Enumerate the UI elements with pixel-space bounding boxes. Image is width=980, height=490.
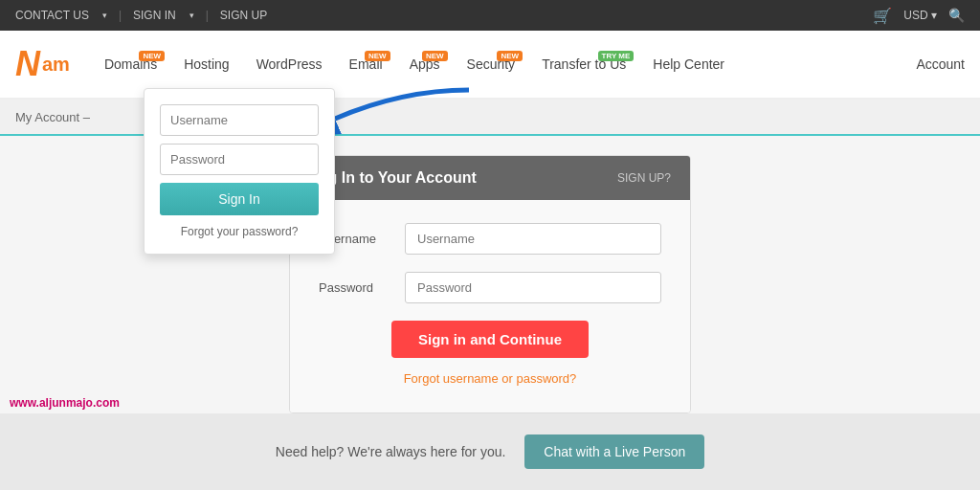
search-icon[interactable]: 🔍 bbox=[948, 8, 965, 23]
sign-in-continue-button[interactable]: Sign in and Continue bbox=[391, 321, 589, 358]
nav-item-apps[interactable]: NEW Apps bbox=[398, 49, 452, 79]
email-badge: NEW bbox=[365, 51, 390, 61]
nav-account[interactable]: Account bbox=[916, 56, 965, 72]
nav-item-helpcenter[interactable]: Help Center bbox=[641, 49, 736, 79]
main-nav: N am NEW Domains Hosting WordPress NEW E… bbox=[0, 31, 980, 100]
nav-item-transfer[interactable]: TRY ME Transfer to Us bbox=[530, 49, 637, 79]
top-bar-left: CONTACT US ▾ | SIGN IN ▾ | SIGN UP bbox=[15, 9, 267, 22]
top-bar-right: 🛒 USD ▾ 🔍 bbox=[873, 7, 965, 25]
dropdown-username-input[interactable] bbox=[160, 104, 319, 136]
nav-item-domains[interactable]: NEW Domains bbox=[93, 49, 168, 79]
username-input[interactable] bbox=[405, 223, 661, 255]
login-box-body: Username Password Sign in and Continue F… bbox=[290, 200, 690, 412]
signup-link[interactable]: SIGN UP? bbox=[617, 171, 671, 185]
transfer-badge: TRY ME bbox=[598, 51, 635, 61]
footer-help-text: Need help? We're always here for you. bbox=[276, 444, 506, 459]
nav-item-email[interactable]: NEW Email bbox=[338, 49, 394, 79]
contact-us-link[interactable]: CONTACT US bbox=[15, 9, 89, 22]
nav-item-security[interactable]: NEW Security bbox=[456, 49, 527, 79]
login-box-header: Log In to Your Account SIGN UP? bbox=[290, 156, 690, 200]
logo-letter: N bbox=[15, 44, 40, 84]
sign-in-link[interactable]: SIGN IN bbox=[133, 9, 176, 22]
password-row: Password bbox=[319, 272, 661, 303]
password-label: Password bbox=[319, 280, 405, 295]
separator1: | bbox=[119, 9, 122, 22]
separator2: | bbox=[206, 9, 209, 22]
breadcrumb-text: My Account – bbox=[15, 110, 90, 124]
cart-icon[interactable]: 🛒 bbox=[873, 7, 892, 25]
footer-help: Need help? We're always here for you. Ch… bbox=[0, 413, 980, 490]
dropdown-signin-button[interactable]: Sign In bbox=[160, 183, 319, 215]
top-bar: CONTACT US ▾ | SIGN IN ▾ | SIGN UP 🛒 USD… bbox=[0, 0, 980, 31]
apps-badge: NEW bbox=[422, 51, 448, 61]
sign-up-link[interactable]: SIGN UP bbox=[220, 9, 267, 22]
currency-selector[interactable]: USD ▾ bbox=[903, 9, 937, 22]
dropdown-forgot-link[interactable]: Forgot your password? bbox=[160, 225, 319, 238]
nav-item-hosting[interactable]: Hosting bbox=[172, 49, 240, 79]
dropdown-password-input[interactable] bbox=[160, 144, 319, 175]
security-badge: NEW bbox=[497, 51, 523, 61]
nav-links: NEW Domains Hosting WordPress NEW Email … bbox=[93, 49, 917, 79]
nav-item-wordpress[interactable]: WordPress bbox=[245, 49, 334, 79]
signin-dropdown: Sign In Forgot your password? bbox=[144, 88, 335, 255]
login-box: Log In to Your Account SIGN UP? Username… bbox=[289, 155, 691, 413]
contact-dropdown-arrow: ▾ bbox=[102, 11, 107, 20]
logo-text: am bbox=[42, 54, 70, 76]
password-input[interactable] bbox=[405, 272, 661, 303]
signin-dropdown-arrow: ▾ bbox=[189, 11, 194, 20]
domains-badge: NEW bbox=[139, 51, 165, 61]
website-label: www.aljunmajo.com bbox=[10, 396, 120, 410]
username-row: Username bbox=[319, 223, 661, 255]
logo-area: N am bbox=[15, 44, 70, 84]
forgot-link-main[interactable]: Forgot username or password? bbox=[319, 371, 661, 386]
currency-arrow: ▾ bbox=[931, 9, 937, 22]
chat-button[interactable]: Chat with a Live Person bbox=[524, 434, 704, 469]
